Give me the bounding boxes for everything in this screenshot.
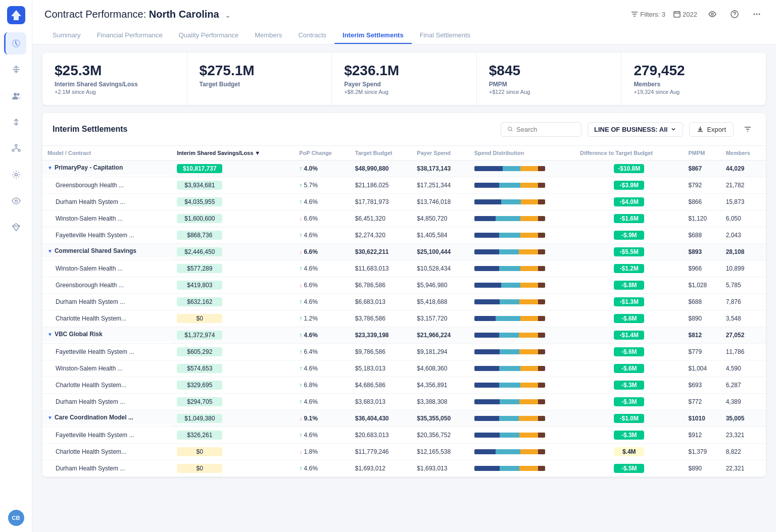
cell-diff: -$.6M [575,310,684,327]
cell-target: $36,404,430 [350,410,412,427]
cell-model: ▼PrimaryPay - Capitation [42,161,172,175]
cell-target: $30,622,211 [350,244,412,260]
sidebar-item-eye[interactable] [5,190,27,212]
sidebar-item-contracts[interactable] [4,32,26,55]
cell-members: 44,029 [721,161,766,177]
cell-pmpm: $1,379 [684,444,721,460]
table-toolbar: Interim Settlements LINE OF BUSINESS: Al… [42,113,766,146]
cell-pmpm: $866 [684,194,721,210]
sidebar-item-transitions[interactable] [5,111,27,133]
svg-point-6 [15,174,17,176]
cell-distribution [469,344,575,360]
col-target[interactable]: Target Budget [350,146,412,161]
sidebar-item-hierarchy[interactable] [5,137,27,159]
cell-diff: -$3.9M [575,177,684,194]
table-wrapper[interactable]: Model / Contract Interim Shared Savings/… [42,146,766,477]
cell-target: $3,683,013 [350,394,412,410]
col-payer[interactable]: Payer Spend [412,146,469,161]
cell-savings: $1,049,380 [172,410,294,427]
year-button[interactable]: 2022 [673,11,697,18]
lob-filter[interactable]: LINE OF BUSINESS: All [588,122,683,137]
cell-savings: $326,261 [172,427,294,444]
app-logo[interactable] [7,6,25,24]
cell-payer: $10,528,434 [412,260,469,277]
sidebar-item-settings[interactable] [5,164,27,186]
sidebar-item-diamond[interactable] [5,216,27,238]
kpi-savings: $25.3M Interim Shared Savings/Loss +2.1M… [42,52,187,105]
export-button[interactable]: Export [689,122,734,137]
cell-savings: $2,446,450 [172,244,294,260]
cell-savings: $10,817,737 [172,161,294,177]
tab-final[interactable]: Final Settlements [412,27,478,44]
svg-point-9 [711,13,713,15]
col-members[interactable]: Members [721,146,766,161]
cell-pmpm: $688 [684,227,721,244]
svg-point-1 [14,93,17,96]
cell-savings: $0 [172,444,294,460]
more-options-button[interactable] [750,7,764,21]
interim-settlements-table: Interim Settlements LINE OF BUSINESS: Al… [42,113,766,477]
table-row: Greensborough Health ...$3,934,681↑ 5.7%… [42,177,766,194]
cell-pmpm: $772 [684,394,721,410]
col-dist[interactable]: Spend Distribution [469,146,575,161]
cell-payer: $4,850,720 [412,210,469,227]
col-pmpm[interactable]: PMPM [684,146,721,161]
cell-model: Durham Health System ... [42,194,172,210]
search-input[interactable] [516,126,575,133]
search-icon [507,126,513,133]
col-savings[interactable]: Interim Shared Savings/Loss ▼ [172,146,294,161]
kpi-target: $275.1M Target Budget [187,52,332,105]
search-box[interactable] [501,122,581,137]
col-pop[interactable]: PoP Change [294,146,350,161]
cell-model: Charlotte Health System... [42,444,172,460]
column-filter-button[interactable] [740,121,756,137]
cell-members: 4,389 [721,394,766,410]
tab-financial[interactable]: Financial Performance [89,27,171,44]
col-model[interactable]: Model / Contract [42,146,172,161]
col-diff[interactable]: Difference to Target Budget [575,146,684,161]
svg-point-3 [15,144,17,146]
kpi-target-label: Target Budget [200,81,320,88]
tab-members[interactable]: Members [247,27,290,44]
cell-savings: $0 [172,310,294,327]
cell-members: 6,050 [721,210,766,227]
table-row: Durham Health System ...$294,705↑ 4.6%$3… [42,394,766,410]
cell-payer: $4,608,360 [412,360,469,377]
cell-pop: ↑ 1.2% [294,310,350,327]
table-row: Fayetteville Health System ...$605,292↑ … [42,344,766,360]
table-row: ▼VBC Global Risk$1,372,974↑ 4.6%$23,339,… [42,327,766,344]
cell-savings: $1,600,600 [172,210,294,227]
cell-savings: $294,705 [172,394,294,410]
filters-button[interactable]: Filters: 3 [631,11,665,18]
cell-target: $1,693,012 [350,460,412,477]
cell-members: 11,786 [721,344,766,360]
kpi-savings-value: $25.3M [55,63,175,79]
location-dropdown[interactable]: ⌄ [225,11,231,19]
cell-payer: $3,388,308 [412,394,469,410]
cell-distribution [469,410,575,427]
cell-savings: $419,803 [172,277,294,294]
cell-distribution [469,377,575,394]
user-avatar[interactable]: CB [8,510,24,526]
cell-pmpm: $779 [684,344,721,360]
filter-icon [631,11,638,18]
cell-pop: ↓ 6.6% [294,210,350,227]
help-button[interactable] [728,7,742,21]
tab-interim[interactable]: Interim Settlements [334,27,412,44]
cell-model: Winston-Salem Health ... [42,210,172,227]
tab-quality[interactable]: Quality Performance [171,27,247,44]
visibility-button[interactable] [705,7,719,21]
table-row: Winston-Salem Health ...$577,289↑ 4.6%$1… [42,260,766,277]
tab-summary[interactable]: Summary [44,27,89,44]
page-title: Contract Performance: North Carolina ⌄ [44,9,231,20]
cell-pmpm: $1,028 [684,277,721,294]
sidebar-item-members[interactable] [5,85,27,107]
cell-distribution [469,394,575,410]
sidebar-item-balance[interactable] [5,59,27,81]
cell-savings: $574,653 [172,360,294,377]
tab-contracts[interactable]: Contracts [290,27,334,44]
kpi-payer-label: Payer Spend [344,81,464,88]
cell-diff: -$1.3M [575,294,684,310]
cell-pmpm: $890 [684,310,721,327]
cell-payer: $4,356,891 [412,377,469,394]
